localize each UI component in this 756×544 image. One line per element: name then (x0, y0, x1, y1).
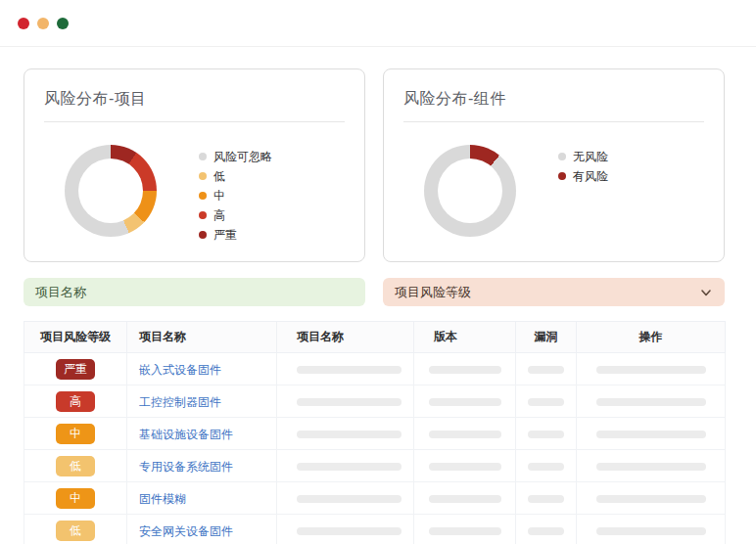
legend-item[interactable]: 风险可忽略 (199, 147, 272, 166)
placeholder-bar (528, 366, 564, 374)
placeholder-bar (528, 398, 564, 406)
legend-label: 高 (213, 207, 225, 224)
legend-label: 严重 (213, 227, 237, 244)
placeholder-bar (429, 495, 501, 503)
legend-label: 中 (213, 188, 225, 204)
legend-label: 低 (213, 168, 225, 185)
placeholder-bar (297, 527, 402, 535)
risk-level-badge: 中 (56, 488, 95, 509)
placeholder-bar (596, 431, 706, 438)
filters-row: 项目名称 项目风险等级 (24, 278, 725, 306)
legend-dot-icon (199, 211, 207, 219)
card-title-divider (403, 121, 704, 122)
projects-table: 项目风险等级项目名称项目名称版本漏洞操作 严重嵌入式设备固件高工控控制器固件中基… (24, 321, 726, 544)
placeholder-bar (596, 527, 706, 535)
project-name-link[interactable]: 基础设施设备固件 (139, 428, 233, 441)
project-name-link[interactable]: 安全网关设备固件 (139, 524, 233, 538)
legend-dot-icon (199, 153, 207, 160)
placeholder-bar (596, 398, 706, 406)
legend-item[interactable]: 中 (199, 186, 272, 205)
project-name-link[interactable]: 专用设备系统固件 (139, 460, 233, 474)
placeholder-bar (429, 366, 501, 374)
placeholder-bar (297, 398, 402, 406)
chart-cards-row: 风险分布-项目 风险可忽略低中高严重 风险分布-组件 无风险有风险 (24, 68, 725, 262)
table-header-row: 项目风险等级项目名称项目名称版本漏洞操作 (24, 322, 726, 353)
column-header: 操作 (577, 322, 726, 353)
project-name-link[interactable]: 嵌入式设备固件 (139, 363, 221, 377)
card-title: 风险分布-组件 (403, 89, 704, 110)
legend-item[interactable]: 低 (199, 166, 272, 186)
legend-label: 无风险 (573, 149, 608, 165)
column-header: 项目风险等级 (24, 322, 127, 353)
column-header: 版本 (414, 322, 516, 353)
column-header: 项目名称 (277, 322, 414, 353)
placeholder-bar (297, 366, 402, 374)
legend-dot-icon (558, 153, 566, 160)
card-title: 风险分布-项目 (44, 89, 345, 110)
chevron-down-icon (699, 286, 713, 299)
risk-level-badge: 低 (56, 456, 95, 476)
risk-level-filter[interactable]: 项目风险等级 (383, 278, 725, 306)
risk-level-badge: 中 (56, 424, 95, 444)
table-row: 高工控控制器固件 (24, 385, 726, 418)
project-name-link[interactable]: 固件模糊 (139, 492, 186, 506)
placeholder-bar (429, 527, 501, 535)
placeholder-bar (528, 527, 564, 535)
risk-card-project: 风险分布-项目 风险可忽略低中高严重 (24, 68, 365, 262)
project-name-link[interactable]: 工控控制器固件 (139, 395, 221, 409)
table-row: 严重嵌入式设备固件 (24, 353, 726, 385)
legend-label: 风险可忽略 (213, 149, 272, 165)
risk-level-badge: 严重 (56, 359, 95, 380)
placeholder-bar (429, 431, 501, 438)
card-title-divider (44, 121, 345, 122)
legend-dot-icon (199, 172, 207, 180)
risk-card-component: 风险分布-组件 无风险有风险 (383, 68, 725, 262)
window-minimize-icon[interactable] (37, 18, 49, 29)
chart-legend-project: 风险可忽略低中高严重 (199, 145, 272, 245)
placeholder-bar (429, 398, 501, 406)
window-titlebar (0, 0, 756, 47)
legend-dot-icon (199, 192, 207, 200)
risk-level-badge: 高 (56, 391, 95, 412)
project-name-filter-label: 项目名称 (35, 284, 86, 301)
window-maximize-icon[interactable] (57, 18, 69, 29)
table-row: 低专用设备系统固件 (24, 450, 726, 482)
column-header: 漏洞 (516, 322, 577, 353)
placeholder-bar (528, 431, 564, 438)
legend-dot-icon (199, 231, 207, 239)
legend-item[interactable]: 严重 (199, 225, 272, 245)
window-close-icon[interactable] (18, 18, 29, 29)
table-row: 低安全网关设备固件 (24, 515, 726, 544)
placeholder-bar (297, 463, 402, 471)
table-row: 中固件模糊 (24, 482, 726, 515)
legend-item[interactable]: 高 (199, 205, 272, 225)
legend-dot-icon (558, 172, 566, 180)
donut-chart-component (424, 145, 516, 237)
legend-label: 有风险 (573, 168, 608, 185)
projects-table-section: 项目风险等级项目名称项目名称版本漏洞操作 严重嵌入式设备固件高工控控制器固件中基… (24, 321, 725, 544)
placeholder-bar (429, 463, 501, 471)
column-header: 项目名称 (127, 322, 277, 353)
donut-chart-project (65, 145, 157, 237)
placeholder-bar (528, 463, 564, 471)
chart-legend-component: 无风险有风险 (558, 145, 608, 186)
placeholder-bar (297, 431, 402, 438)
placeholder-bar (528, 495, 564, 503)
table-row: 中基础设施设备固件 (24, 418, 726, 450)
project-name-filter[interactable]: 项目名称 (24, 278, 365, 306)
legend-item[interactable]: 无风险 (558, 147, 608, 166)
legend-item[interactable]: 有风险 (558, 166, 608, 186)
placeholder-bar (596, 366, 706, 374)
risk-level-filter-label: 项目风险等级 (395, 284, 471, 301)
placeholder-bar (596, 495, 706, 503)
placeholder-bar (596, 463, 706, 471)
risk-level-badge: 低 (56, 521, 95, 541)
dashboard: 风险分布-项目 风险可忽略低中高严重 风险分布-组件 无风险有风险 项目名称 项… (0, 47, 756, 544)
placeholder-bar (297, 495, 402, 503)
